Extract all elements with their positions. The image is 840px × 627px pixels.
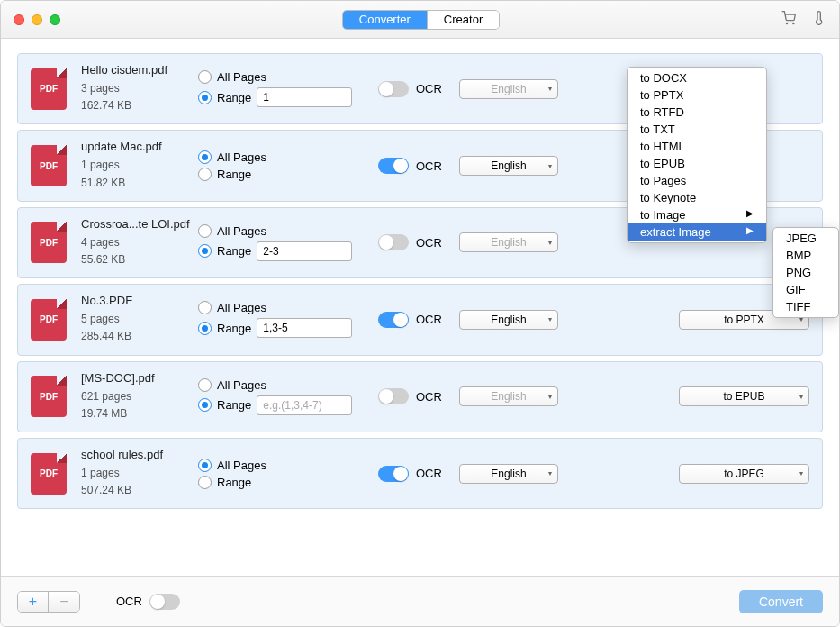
language-select[interactable]: English▾ [459, 156, 558, 176]
file-row[interactable]: PDF [MS-DOC].pdf 621 pages 19.74 MB All … [17, 361, 823, 432]
file-size: 285.44 KB [81, 328, 198, 345]
range-label: Range [217, 168, 251, 181]
file-size: 162.74 KB [81, 97, 198, 114]
menu-item-label: to HTML [640, 140, 685, 153]
language-select[interactable]: English▾ [459, 464, 558, 484]
mode-tabs: Converter Creator [342, 10, 500, 30]
range-radio[interactable] [198, 322, 212, 335]
ocr-label: OCR [416, 236, 442, 250]
all-pages-radio[interactable] [198, 301, 212, 314]
remove-file-button[interactable]: − [49, 592, 79, 612]
all-pages-radio[interactable] [198, 378, 212, 392]
menu-item[interactable]: to RTFD [628, 104, 766, 121]
range-input[interactable] [257, 241, 352, 261]
global-ocr-switch[interactable] [149, 594, 180, 610]
format-select[interactable]: to EPUB▾ [679, 386, 809, 406]
menu-item[interactable]: to PPTX [628, 86, 766, 104]
file-row[interactable]: PDF school rules.pdf 1 pages 507.24 KB A… [17, 438, 823, 509]
cart-icon[interactable] [781, 11, 796, 29]
range-input[interactable] [257, 87, 352, 107]
range-input[interactable] [257, 318, 352, 338]
menu-item[interactable]: to EPUB [628, 155, 766, 172]
range-radio[interactable] [198, 476, 212, 489]
submenu-item[interactable]: TIFF [773, 298, 838, 315]
pdf-icon: PDF [31, 68, 67, 110]
ocr-switch[interactable] [378, 466, 409, 482]
file-name: school rules.pdf [81, 448, 198, 461]
menu-item[interactable]: to Image▶ [628, 206, 766, 223]
range-label: Range [217, 91, 251, 104]
all-pages-label: All Pages [217, 301, 266, 314]
range-radio[interactable] [198, 244, 212, 258]
menu-item-label: to EPUB [640, 157, 685, 170]
pdf-icon: PDF [31, 376, 67, 417]
ocr-switch[interactable] [378, 81, 409, 97]
file-pages: 1 pages [81, 465, 198, 482]
bottombar: + − OCR Convert [1, 576, 839, 626]
range-input[interactable] [257, 395, 352, 415]
all-pages-label: All Pages [217, 459, 266, 472]
minimize-window[interactable] [32, 14, 42, 25]
language-select[interactable]: English▾ [459, 310, 558, 330]
all-pages-radio[interactable] [198, 224, 212, 238]
range-radio[interactable] [198, 91, 212, 104]
ocr-switch[interactable] [378, 234, 409, 250]
all-pages-radio[interactable] [198, 459, 212, 472]
convert-button[interactable]: Convert [739, 590, 823, 613]
zoom-window[interactable] [50, 14, 60, 25]
pdf-icon: PDF [31, 145, 67, 186]
menu-item[interactable]: to Pages [628, 172, 766, 189]
range-label: Range [217, 398, 251, 412]
ocr-switch[interactable] [378, 312, 409, 328]
titlebar: Converter Creator [1, 1, 839, 39]
chevron-down-icon: ▾ [548, 162, 552, 170]
menu-item[interactable]: to Keynote [628, 189, 766, 206]
global-ocr-label: OCR [116, 595, 142, 608]
window-controls [14, 14, 60, 25]
submenu-item[interactable]: PNG [773, 264, 838, 281]
range-radio[interactable] [198, 398, 212, 412]
thermometer-icon[interactable] [812, 11, 826, 29]
ocr-label: OCR [416, 159, 442, 173]
language-select[interactable]: English▾ [459, 232, 558, 252]
tab-creator[interactable]: Creator [428, 11, 499, 29]
submenu-item[interactable]: BMP [773, 247, 838, 264]
file-row[interactable]: PDF No.3.PDF 5 pages 285.44 KB All Pages… [17, 284, 823, 355]
chevron-down-icon: ▾ [548, 393, 552, 401]
language-select[interactable]: English▾ [459, 79, 558, 99]
pdf-icon: PDF [31, 299, 67, 341]
range-radio[interactable] [198, 168, 212, 181]
chevron-down-icon: ▾ [548, 85, 552, 93]
chevron-down-icon: ▾ [548, 315, 552, 323]
range-label: Range [217, 476, 251, 489]
format-dropdown-menu: to DOCXto PPTXto RTFDto TXTto HTMLto EPU… [627, 67, 767, 243]
menu-item-label: extract Image [640, 225, 711, 239]
menu-item-label: to TXT [640, 123, 675, 136]
close-window[interactable] [14, 14, 24, 25]
file-pages: 5 pages [81, 311, 198, 328]
all-pages-radio[interactable] [198, 70, 212, 84]
submenu-item[interactable]: GIF [773, 281, 838, 298]
format-select[interactable]: to JPEG▾ [679, 464, 809, 484]
file-name: Hello cisdem.pdf [81, 63, 198, 77]
pdf-icon: PDF [31, 453, 67, 495]
add-file-button[interactable]: + [18, 592, 49, 612]
ocr-switch[interactable] [378, 388, 409, 404]
menu-item[interactable]: to DOCX [628, 69, 766, 86]
file-name: Crossroa...te LOI.pdf [81, 217, 198, 231]
chevron-down-icon: ▾ [548, 469, 552, 477]
menu-item[interactable]: extract Image▶ [628, 223, 766, 241]
menu-item-label: to Pages [640, 174, 686, 187]
menu-item[interactable]: to TXT [628, 121, 766, 138]
ocr-label: OCR [416, 390, 442, 404]
menu-item[interactable]: to HTML [628, 138, 766, 155]
all-pages-radio[interactable] [198, 150, 212, 164]
language-select[interactable]: English▾ [459, 386, 558, 406]
tab-converter[interactable]: Converter [343, 11, 428, 29]
svg-point-1 [793, 23, 794, 23]
submenu-item[interactable]: JPEG [773, 230, 838, 247]
format-dropdown-submenu: JPEGBMPPNGGIFTIFF [772, 227, 839, 318]
file-name: update Mac.pdf [81, 140, 198, 153]
ocr-switch[interactable] [378, 158, 409, 174]
ocr-label: OCR [416, 467, 442, 480]
